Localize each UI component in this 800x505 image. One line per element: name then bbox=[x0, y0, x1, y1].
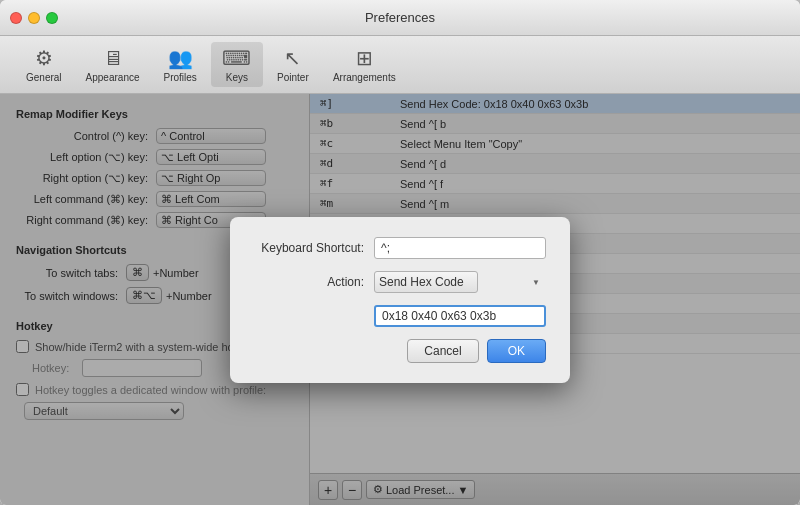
toolbar-item-keys[interactable]: ⌨ Keys bbox=[211, 42, 263, 87]
shortcut-input[interactable] bbox=[374, 237, 546, 259]
main-content: Remap Modifier Keys Control (^) key: ^ C… bbox=[0, 94, 800, 505]
keys-icon: ⌨ bbox=[222, 46, 251, 70]
action-select-wrapper: Send Hex Code Send Text Run Command Sele… bbox=[374, 271, 546, 293]
titlebar: Preferences bbox=[0, 0, 800, 36]
pointer-icon: ↖ bbox=[284, 46, 301, 70]
toolbar-item-arrangements[interactable]: ⊞ Arrangements bbox=[323, 42, 406, 87]
arrangements-icon: ⊞ bbox=[356, 46, 373, 70]
toolbar-label-pointer: Pointer bbox=[277, 72, 309, 83]
modal-overlay: Keyboard Shortcut: Action: Send Hex Code… bbox=[0, 94, 800, 505]
action-select[interactable]: Send Hex Code Send Text Run Command Sele… bbox=[374, 271, 478, 293]
toolbar-item-profiles[interactable]: 👥 Profiles bbox=[154, 42, 207, 87]
toolbar-item-general[interactable]: ⚙ General bbox=[16, 42, 72, 87]
traffic-lights bbox=[10, 12, 58, 24]
toolbar-label-appearance: Appearance bbox=[86, 72, 140, 83]
window-title: Preferences bbox=[365, 10, 435, 25]
hex-input-row bbox=[254, 305, 546, 327]
toolbar-label-profiles: Profiles bbox=[164, 72, 197, 83]
close-button[interactable] bbox=[10, 12, 22, 24]
action-label: Action: bbox=[254, 275, 374, 289]
shortcut-label: Keyboard Shortcut: bbox=[254, 241, 374, 255]
modal-buttons: Cancel OK bbox=[254, 339, 546, 363]
toolbar-label-keys: Keys bbox=[226, 72, 248, 83]
preferences-window: Preferences ⚙ General 🖥 Appearance 👥 Pro… bbox=[0, 0, 800, 505]
cancel-button[interactable]: Cancel bbox=[407, 339, 478, 363]
ok-button[interactable]: OK bbox=[487, 339, 546, 363]
hex-input[interactable] bbox=[374, 305, 546, 327]
toolbar-item-pointer[interactable]: ↖ Pointer bbox=[267, 42, 319, 87]
toolbar: ⚙ General 🖥 Appearance 👥 Profiles ⌨ Keys… bbox=[0, 36, 800, 94]
toolbar-item-appearance[interactable]: 🖥 Appearance bbox=[76, 43, 150, 87]
shortcut-row: Keyboard Shortcut: bbox=[254, 237, 546, 259]
appearance-icon: 🖥 bbox=[103, 47, 123, 70]
minimize-button[interactable] bbox=[28, 12, 40, 24]
toolbar-label-general: General bbox=[26, 72, 62, 83]
action-row: Action: Send Hex Code Send Text Run Comm… bbox=[254, 271, 546, 293]
toolbar-label-arrangements: Arrangements bbox=[333, 72, 396, 83]
keyboard-shortcut-modal: Keyboard Shortcut: Action: Send Hex Code… bbox=[230, 217, 570, 383]
profiles-icon: 👥 bbox=[168, 46, 193, 70]
maximize-button[interactable] bbox=[46, 12, 58, 24]
general-icon: ⚙ bbox=[35, 46, 53, 70]
